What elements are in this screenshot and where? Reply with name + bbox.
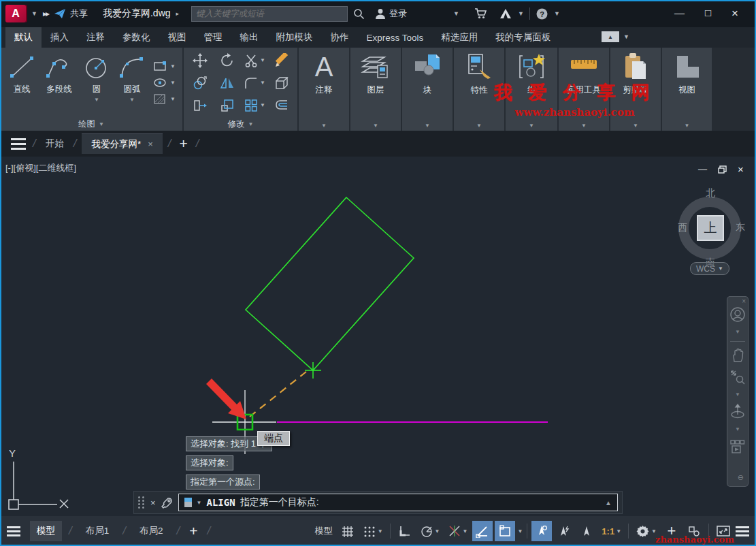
ribbon-tab-collaborate[interactable]: 协作 (322, 27, 358, 48)
panel-properties-expand-icon[interactable]: ▼ (476, 123, 482, 129)
autodesk-chevron-down-icon[interactable]: ▼ (518, 10, 524, 17)
ortho-toggle[interactable] (395, 521, 415, 541)
viewport-close-icon[interactable]: × (738, 163, 744, 175)
tool-trim[interactable]: ▼ (244, 53, 265, 68)
command-history-up-icon[interactable]: ▲ (605, 499, 612, 507)
selected-rectangle[interactable] (246, 197, 414, 370)
zoom-flyout-icon[interactable]: ▼ (735, 391, 740, 398)
viewport-minimize-icon[interactable]: — (698, 164, 707, 174)
tool-stretch[interactable] (193, 98, 208, 113)
ellipse-flyout-icon[interactable]: ▼ (170, 80, 176, 86)
panel-modify-title[interactable]: 修改▼ (184, 118, 297, 131)
rectangle-icon[interactable] (152, 61, 167, 72)
osnap-tracking-flyout-icon[interactable]: ▼ (463, 528, 468, 534)
model-space-button[interactable]: 模型 (312, 521, 335, 541)
array-flyout-icon[interactable]: ▼ (260, 102, 265, 108)
panel-block-expand-icon[interactable]: ▼ (425, 123, 430, 129)
tool-rotate[interactable] (220, 53, 235, 68)
properties-button[interactable]: 特性 ▼ (454, 48, 504, 131)
ribbon-tab-express-tools[interactable]: Express Tools (358, 27, 433, 48)
tool-move[interactable] (193, 53, 208, 68)
panel-view-expand-icon[interactable]: ▼ (685, 123, 690, 129)
help-chevron-down-icon[interactable]: ▼ (554, 10, 560, 17)
polar-tracking-toggle[interactable]: ▼ (417, 521, 443, 541)
trim-flyout-icon[interactable]: ▼ (260, 57, 265, 63)
clean-screen-button[interactable] (713, 521, 734, 541)
viewcube-north[interactable]: 北 (706, 187, 715, 199)
viewcube-west[interactable]: 西 (678, 222, 687, 234)
search-icon[interactable] (353, 8, 365, 20)
new-drawing-plus-icon[interactable]: + (180, 135, 188, 152)
file-tab-start[interactable]: 开始 (42, 138, 68, 150)
file-tab-close-icon[interactable]: × (148, 139, 153, 149)
search-box[interactable] (191, 6, 348, 22)
panel-clipboard-expand-icon[interactable]: ▼ (633, 123, 638, 129)
tool-scale[interactable] (220, 98, 235, 113)
ribbon-tab-home[interactable]: 默认 (5, 27, 42, 48)
scale-flyout-icon[interactable]: ▼ (616, 528, 621, 534)
tool-polyline[interactable]: 多段线 (39, 48, 79, 118)
ribbon-collapse-button[interactable]: ▲ (602, 31, 619, 42)
close-button[interactable]: × (732, 7, 738, 20)
ribbon-collapse-chevron-down-icon[interactable]: ▼ (623, 33, 629, 40)
showmotion-icon[interactable] (729, 438, 746, 455)
isolate-objects-button[interactable] (684, 521, 704, 541)
utilities-button[interactable]: 实用工具 ▼ (559, 48, 609, 131)
command-settings-wrench-icon[interactable] (161, 497, 173, 509)
drawing-canvas[interactable]: Y [-][俯视][二维线框] — × 北 西 东 南 上 WCS▼ × ▼ ▼… (0, 157, 756, 516)
ribbon-tab-parametric[interactable]: 参数化 (114, 27, 159, 48)
filename-flyout-icon[interactable]: ▸ (176, 10, 180, 17)
navbar-collapse-icon[interactable]: ⊖ (738, 473, 748, 482)
file-tabs-menu-icon[interactable] (10, 137, 27, 151)
ribbon-tab-addins[interactable]: 附加模块 (267, 27, 322, 48)
ribbon-tab-insert[interactable]: 插入 (42, 27, 78, 48)
command-flyout-icon[interactable]: ▼ (197, 500, 202, 506)
hatch-flyout-icon[interactable]: ▼ (170, 96, 176, 102)
file-tab-current[interactable]: 我爱分享网* × (82, 133, 162, 154)
share-button[interactable]: 共享 (54, 7, 88, 20)
navigation-wheel-icon[interactable] (729, 306, 746, 323)
command-bar-grip[interactable] (138, 496, 145, 509)
groups-button[interactable]: 组 ▼ (506, 48, 557, 131)
tab-layout2[interactable]: 布局2 (133, 521, 170, 541)
tool-circle-flyout-icon[interactable]: ▼ (94, 97, 99, 103)
navbar-close-icon[interactable]: × (742, 298, 746, 305)
navwheel-flyout-icon[interactable]: ▼ (735, 329, 740, 335)
tool-array[interactable]: ▼ (244, 98, 265, 113)
tool-erase[interactable] (274, 53, 289, 68)
ribbon-tab-output[interactable]: 输出 (231, 27, 267, 48)
command-bar-close-icon[interactable]: × (150, 498, 156, 508)
app-menu-chevron-down-icon[interactable]: ▼ (31, 10, 37, 17)
wcs-menu[interactable]: WCS▼ (690, 262, 729, 275)
tool-circle[interactable]: 圆 ▼ (79, 48, 114, 118)
customization-menu-icon[interactable] (736, 526, 749, 536)
tab-model[interactable]: 模型 (30, 521, 62, 541)
viewport-controls-label[interactable]: [-][俯视][二维线框] (5, 162, 76, 174)
annotation-monitor-button[interactable]: + (661, 521, 682, 541)
pan-hand-icon[interactable] (730, 348, 745, 363)
workspace-flyout-icon[interactable]: ▼ (651, 528, 657, 534)
account-chevron-down-icon[interactable]: ▼ (453, 10, 459, 17)
search-input[interactable] (196, 9, 343, 18)
annotation-scale-button[interactable] (576, 521, 597, 541)
tool-arc-flyout-icon[interactable]: ▼ (129, 97, 135, 103)
hatch-icon[interactable] (152, 93, 167, 105)
ribbon-tab-manage[interactable]: 管理 (195, 27, 231, 48)
panel-layers-expand-icon[interactable]: ▼ (373, 123, 378, 129)
maximize-button[interactable]: □ (705, 7, 711, 20)
autodesk-logo-icon[interactable] (499, 7, 512, 20)
ribbon-tab-view[interactable]: 视图 (159, 27, 195, 48)
tab-layout1[interactable]: 布局1 (79, 521, 116, 541)
ucs-icon[interactable] (9, 462, 68, 509)
ribbon-tab-featured-apps[interactable]: 精选应用 (432, 27, 487, 48)
tool-fillet[interactable]: ▼ (244, 76, 265, 91)
sign-in-button[interactable]: 登录 (374, 7, 407, 20)
layout-menu-icon[interactable] (7, 526, 20, 536)
view-button[interactable]: 视图 ▼ (662, 48, 712, 131)
panel-draw-title[interactable]: 绘图▼ (0, 118, 182, 131)
orbit-flyout-icon[interactable]: ▼ (735, 426, 740, 432)
object-snap-tracking-toggle[interactable]: ▼ (445, 521, 471, 541)
tool-offset[interactable] (274, 98, 289, 113)
minimize-button[interactable]: — (674, 7, 685, 20)
command-input-field[interactable]: ▼ ALIGN 指定第一个目标点: ▲ (178, 494, 618, 511)
